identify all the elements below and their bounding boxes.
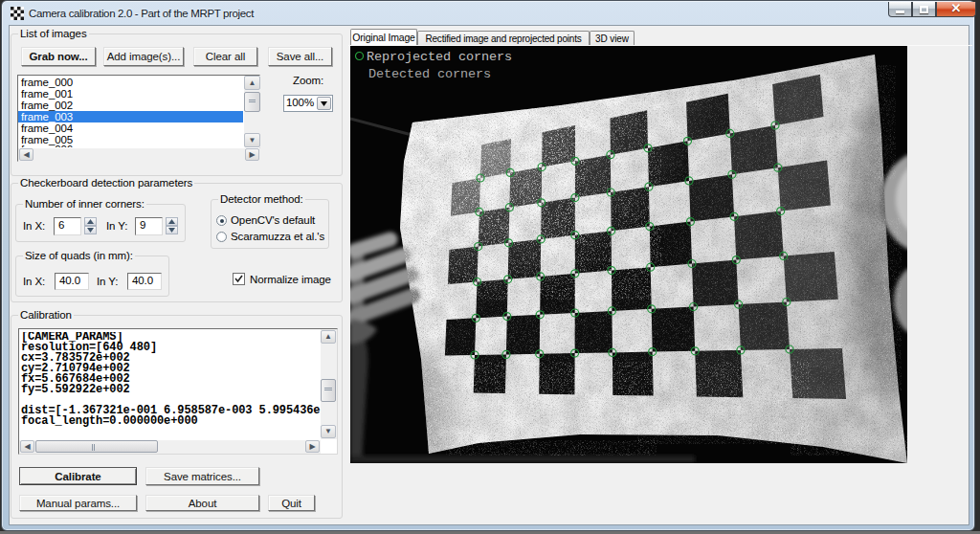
svg-text:Detected corners: Detected corners [368, 67, 491, 81]
svg-text:Reprojected corners: Reprojected corners [367, 50, 512, 64]
